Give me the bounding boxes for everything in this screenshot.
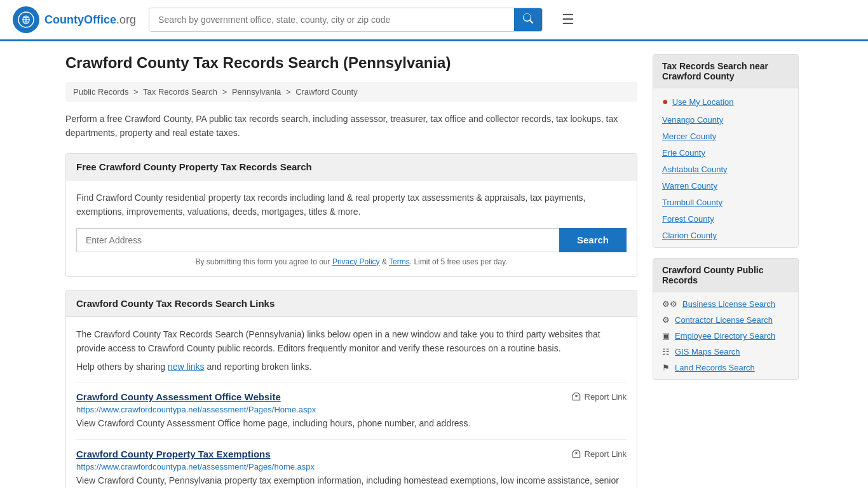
gear-icon-2: ⚙ — [662, 315, 670, 325]
site-logo[interactable]: CountyOffice.org — [13, 6, 136, 33]
global-search-button[interactable] — [514, 8, 542, 31]
property-search-desc: Find Crawford County residential propert… — [76, 191, 627, 219]
property-search-header: Free Crawford County Property Tax Record… — [66, 154, 637, 180]
list-item: ⚑ Land Records Search — [653, 360, 798, 376]
list-item: ⚙⚙ Business License Search — [653, 296, 798, 312]
list-item: Mercer County — [653, 128, 798, 144]
links-section: Crawford County Tax Records Search Links… — [65, 290, 637, 488]
sidebar-contractor-license-link[interactable]: Contractor License Search — [675, 315, 773, 325]
privacy-policy-link[interactable]: Privacy Policy — [332, 257, 380, 266]
sidebar-link-trumbull[interactable]: Trumbull County — [662, 198, 722, 207]
sidebar-land-records-link[interactable]: Land Records Search — [675, 363, 755, 372]
use-my-location-link[interactable]: Use My Location — [672, 97, 734, 107]
map-icon: ☷ — [662, 347, 670, 356]
record-link-url-1[interactable]: https://www.crawfordcountypa.net/assessm… — [76, 405, 627, 414]
list-item: Clarion County — [653, 227, 798, 243]
location-icon: ● — [662, 96, 668, 107]
breadcrumb-public-records[interactable]: Public Records — [73, 87, 128, 97]
address-search-row: Search — [76, 228, 627, 252]
content-area: Crawford County Tax Records Search (Penn… — [65, 54, 637, 488]
record-link-url-2[interactable]: https://www.crawfordcountypa.net/assessm… — [76, 462, 627, 471]
record-link-title-1[interactable]: Crawford County Assessment Office Websit… — [76, 391, 281, 402]
sidebar-public-records-header: Crawford County Public Records — [653, 259, 798, 292]
sidebar-public-records-section: Crawford County Public Records ⚙⚙ Busine… — [653, 258, 799, 380]
sidebar-business-license-link[interactable]: Business License Search — [682, 299, 775, 309]
list-item: Ashtabula County — [653, 161, 798, 177]
report-link-button-2[interactable]: Report Link — [571, 449, 627, 459]
sidebar-link-erie[interactable]: Erie County — [662, 148, 705, 158]
record-link-desc-2: View Crawford County, Pennsylvania prope… — [76, 474, 627, 488]
record-link-header: Crawford County Assessment Office Websit… — [76, 391, 627, 402]
logo-office: Office — [84, 13, 116, 26]
sidebar-employee-directory-link[interactable]: Employee Directory Search — [675, 331, 775, 341]
record-link-header-2: Crawford County Property Tax Exemptions … — [76, 449, 627, 459]
sidebar-gis-maps-link[interactable]: GIS Maps Search — [675, 347, 740, 356]
links-desc: The Crawford County Tax Records Search (… — [76, 327, 627, 356]
page-title: Crawford County Tax Records Search (Penn… — [65, 54, 637, 72]
list-item: ▣ Employee Directory Search — [653, 328, 798, 344]
sidebar: Tax Records Search near Crawford County … — [653, 54, 799, 488]
list-item: Venango County — [653, 111, 798, 128]
share-note: Help others by sharing new links and rep… — [76, 362, 627, 372]
terms-link[interactable]: Terms — [389, 257, 410, 266]
breadcrumb-tax-records-search[interactable]: Tax Records Search — [143, 87, 217, 97]
sidebar-nearby-section: Tax Records Search near Crawford County … — [653, 54, 799, 248]
page-description: Perform a free Crawford County, PA publi… — [65, 112, 637, 140]
sidebar-link-mercer[interactable]: Mercer County — [662, 132, 716, 141]
land-icon: ⚑ — [662, 363, 670, 372]
sidebar-use-location: ● Use My Location — [653, 92, 798, 111]
breadcrumb-pennsylvania[interactable]: Pennsylvania — [232, 87, 281, 97]
list-item: ☷ GIS Maps Search — [653, 344, 798, 360]
sidebar-nearby-list: ● Use My Location Venango County Mercer … — [653, 88, 798, 247]
report-link-button-1[interactable]: Report Link — [571, 391, 627, 402]
sidebar-link-venango[interactable]: Venango County — [662, 115, 723, 125]
breadcrumb-crawford-county[interactable]: Crawford County — [295, 87, 358, 97]
links-section-content: The Crawford County Tax Records Search (… — [66, 317, 637, 488]
sidebar-link-clarion[interactable]: Clarion County — [662, 231, 717, 240]
links-section-header: Crawford County Tax Records Search Links — [66, 290, 637, 317]
form-note: By submitting this form you agree to our… — [76, 257, 627, 266]
address-input[interactable] — [76, 228, 559, 252]
list-item: Trumbull County — [653, 194, 798, 210]
sidebar-link-forest[interactable]: Forest County — [662, 214, 714, 224]
record-link-item-2: Crawford County Property Tax Exemptions … — [76, 439, 627, 488]
sidebar-link-warren[interactable]: Warren County — [662, 181, 717, 191]
record-link-item: Crawford County Assessment Office Websit… — [76, 382, 627, 439]
record-link-title-2[interactable]: Crawford County Property Tax Exemptions — [76, 449, 271, 459]
list-item: Erie County — [653, 144, 798, 161]
global-search-bar — [149, 8, 543, 32]
gear-icon: ⚙⚙ — [662, 299, 677, 309]
new-links-link[interactable]: new links — [168, 362, 205, 372]
logo-suffix: .org — [116, 13, 136, 26]
global-search-input[interactable] — [149, 8, 514, 31]
sidebar-public-records-list: ⚙⚙ Business License Search ⚙ Contractor … — [653, 292, 798, 379]
hamburger-menu-button[interactable]: ☰ — [562, 11, 574, 28]
record-link-desc-1: View Crawford County Assessment Office h… — [76, 417, 627, 430]
sidebar-nearby-header: Tax Records Search near Crawford County — [653, 55, 798, 88]
logo-text: CountyOffice.org — [44, 13, 136, 27]
list-item: Forest County — [653, 210, 798, 227]
property-search-content: Find Crawford County residential propert… — [66, 180, 637, 276]
property-search-section: Free Crawford County Property Tax Record… — [65, 153, 637, 277]
main-container: Crawford County Tax Records Search (Penn… — [53, 41, 815, 488]
sidebar-link-ashtabula[interactable]: Ashtabula County — [662, 165, 728, 174]
logo-icon — [13, 6, 39, 33]
breadcrumb: Public Records > Tax Records Search > Pe… — [65, 82, 637, 102]
address-search-button[interactable]: Search — [559, 228, 627, 252]
list-item: Warren County — [653, 177, 798, 194]
site-header: CountyOffice.org ☰ — [0, 0, 868, 41]
book-icon: ▣ — [662, 331, 670, 341]
list-item: ⚙ Contractor License Search — [653, 312, 798, 328]
